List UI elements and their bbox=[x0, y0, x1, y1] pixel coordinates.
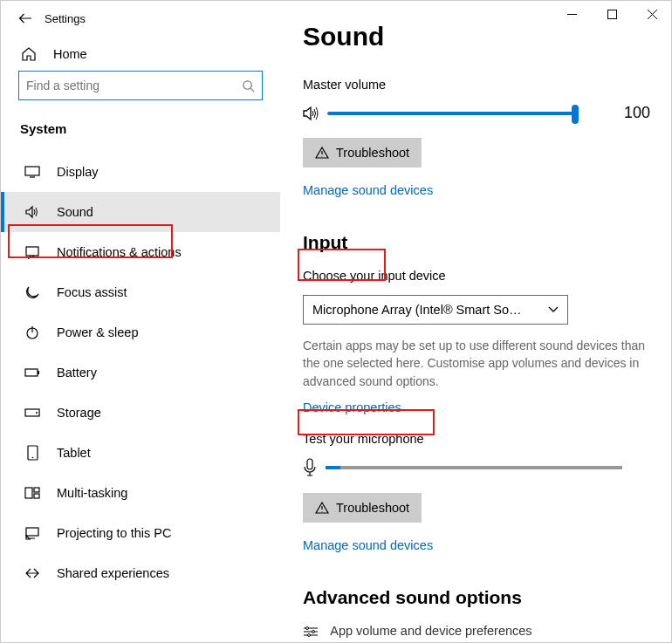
device-properties-link[interactable]: Device properties bbox=[303, 400, 401, 414]
warning-icon bbox=[315, 502, 329, 514]
display-icon bbox=[24, 166, 41, 178]
notifications-icon bbox=[24, 245, 41, 259]
search-icon bbox=[242, 79, 255, 92]
choose-input-label: Choose your input device bbox=[303, 269, 650, 283]
sidebar-item-multitasking[interactable]: Multi-tasking bbox=[1, 473, 280, 513]
sidebar-item-label: Display bbox=[57, 165, 99, 179]
svg-point-15 bbox=[306, 627, 309, 630]
sound-icon bbox=[24, 205, 41, 219]
window-title: Settings bbox=[45, 12, 86, 25]
svg-point-7 bbox=[36, 412, 38, 414]
sidebar-item-label: Tablet bbox=[57, 446, 91, 460]
tablet-icon bbox=[24, 445, 41, 461]
volume-slider[interactable] bbox=[327, 112, 575, 115]
svg-rect-5 bbox=[38, 371, 39, 374]
manage-sound-devices-input-link[interactable]: Manage sound devices bbox=[303, 538, 433, 552]
sidebar-item-notifications[interactable]: Notifications & actions bbox=[1, 232, 280, 272]
advanced-item-label[interactable]: App volume and device preferences bbox=[330, 624, 531, 638]
sidebar-item-power-sleep[interactable]: Power & sleep bbox=[1, 312, 280, 352]
sidebar-category: System bbox=[1, 113, 280, 152]
svg-point-0 bbox=[243, 80, 251, 88]
home-label: Home bbox=[53, 47, 87, 61]
sidebar-item-battery[interactable]: Battery bbox=[1, 352, 280, 393]
home-icon bbox=[20, 46, 38, 62]
select-value: Microphone Array (Intel® Smart So… bbox=[312, 303, 522, 317]
settings-icon bbox=[303, 626, 319, 638]
power-icon bbox=[24, 325, 41, 339]
warning-icon bbox=[315, 147, 329, 159]
sidebar-item-label: Storage bbox=[57, 406, 101, 420]
sidebar-item-label: Projecting to this PC bbox=[57, 526, 171, 540]
test-mic-label: Test your microphone bbox=[303, 432, 650, 446]
search-field[interactable] bbox=[18, 71, 263, 100]
speaker-icon[interactable] bbox=[303, 106, 320, 121]
sidebar-item-label: Multi-tasking bbox=[57, 486, 127, 500]
multitasking-icon bbox=[24, 487, 41, 499]
storage-icon bbox=[24, 407, 41, 418]
sidebar-item-label: Notifications & actions bbox=[57, 245, 182, 259]
mic-level-bar bbox=[326, 466, 622, 469]
sidebar-item-storage[interactable]: Storage bbox=[1, 393, 280, 433]
sidebar-item-display[interactable]: Display bbox=[1, 152, 280, 192]
sidebar-item-focus-assist[interactable]: Focus assist bbox=[1, 272, 280, 312]
svg-point-9 bbox=[31, 457, 33, 459]
input-help-text: Certain apps may be set up to use differ… bbox=[303, 337, 650, 390]
close-button[interactable] bbox=[632, 0, 672, 28]
microphone-icon bbox=[303, 458, 317, 477]
input-heading: Input bbox=[303, 232, 650, 253]
svg-rect-18 bbox=[607, 10, 616, 18]
troubleshoot-output-button[interactable]: Troubleshoot bbox=[303, 138, 422, 168]
svg-rect-14 bbox=[307, 459, 312, 469]
troubleshoot-input-button[interactable]: Troubleshoot bbox=[303, 493, 422, 523]
svg-rect-10 bbox=[25, 488, 32, 498]
sidebar-item-label: Sound bbox=[57, 205, 93, 219]
svg-rect-2 bbox=[26, 247, 38, 256]
focus-assist-icon bbox=[24, 285, 41, 299]
svg-rect-12 bbox=[34, 494, 39, 498]
sidebar-item-label: Shared experiences bbox=[57, 566, 169, 580]
sidebar-item-sound[interactable]: Sound bbox=[1, 192, 280, 232]
sidebar-item-shared[interactable]: Shared experiences bbox=[1, 553, 280, 593]
advanced-heading: Advanced sound options bbox=[303, 587, 650, 608]
sidebar-item-label: Battery bbox=[57, 366, 97, 380]
svg-rect-13 bbox=[26, 528, 38, 536]
sidebar-home[interactable]: Home bbox=[1, 36, 280, 71]
projecting-icon bbox=[24, 526, 41, 540]
slider-thumb[interactable] bbox=[572, 105, 579, 124]
battery-icon bbox=[24, 367, 41, 378]
search-input[interactable] bbox=[26, 79, 232, 92]
svg-rect-4 bbox=[25, 369, 38, 376]
back-button[interactable] bbox=[11, 11, 39, 25]
chevron-down-icon bbox=[548, 306, 559, 313]
sidebar-item-tablet[interactable]: Tablet bbox=[1, 433, 280, 473]
volume-value: 100 bbox=[624, 104, 650, 122]
minimize-button[interactable] bbox=[552, 0, 592, 28]
svg-point-17 bbox=[308, 634, 311, 637]
manage-sound-devices-output-link[interactable]: Manage sound devices bbox=[303, 183, 433, 197]
sidebar-item-label: Power & sleep bbox=[57, 325, 139, 339]
master-volume-label: Master volume bbox=[303, 78, 650, 92]
maximize-button[interactable] bbox=[592, 0, 632, 28]
svg-rect-11 bbox=[34, 488, 39, 492]
button-label: Troubleshoot bbox=[336, 501, 409, 515]
button-label: Troubleshoot bbox=[336, 146, 409, 160]
sidebar-item-label: Focus assist bbox=[57, 285, 127, 299]
sidebar-item-projecting[interactable]: Projecting to this PC bbox=[1, 513, 280, 553]
svg-rect-1 bbox=[25, 167, 39, 175]
input-device-select[interactable]: Microphone Array (Intel® Smart So… bbox=[303, 295, 568, 325]
svg-point-16 bbox=[312, 631, 315, 633]
shared-icon bbox=[24, 566, 41, 580]
